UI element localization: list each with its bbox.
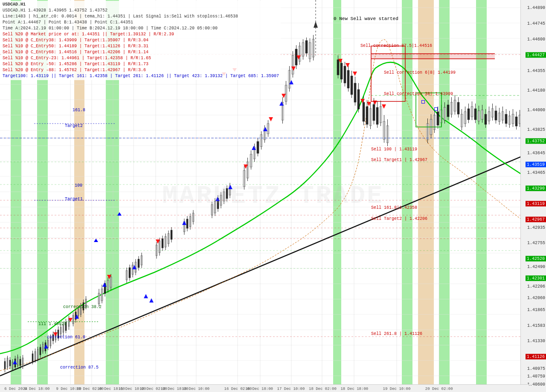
- time-label-dec6-18: 6 Dec 18:00: [24, 387, 49, 391]
- time-label-dec19-10: 19 Dec 10:00: [383, 387, 411, 391]
- price-label-1583: 1.41583: [527, 323, 545, 328]
- info-line10: Sell %20 @ Entry -50: 1.45286 | Target:1…: [3, 61, 279, 67]
- info-panel: USDCAD.H1 USDCAD.H1 1.43928 1.43965 1.43…: [1, 1, 281, 80]
- price-label-4890: 1.44890: [527, 6, 545, 10]
- price-label-2301: 1.42301: [526, 276, 546, 281]
- chart-container: MARKETZ TRADE: [0, 0, 546, 392]
- annotation-sell-corr-87: Sell correction 87.5|1.44516: [360, 43, 432, 48]
- info-line1: USDCAD.H1 1.43928 1.43965 1.43752 1.4375…: [3, 8, 279, 14]
- price-label-3519: 1.43519: [526, 162, 546, 167]
- price-label-0975: 1.40975: [527, 366, 545, 371]
- info-line6: Sell %10 @ C_Entry38: 1.43909 | Target:1…: [3, 37, 279, 43]
- annotation-sell-100: Sell 100 | 1.43119: [371, 147, 417, 152]
- info-line4: Time A:2024.12.19 01:00:00 | Time B:2024…: [3, 26, 279, 32]
- svg-marker-324: [149, 298, 154, 303]
- info-line7: Sell %10 @ C_Entry50: 1.44189 | Target:1…: [3, 43, 279, 49]
- price-label-2967: 1.42967: [526, 217, 546, 222]
- svg-marker-302: [228, 185, 232, 189]
- info-line12: Target100: 1.43119 || Target 161: 1.4235…: [3, 73, 279, 79]
- price-label-1865: 1.41865: [527, 307, 545, 312]
- info-line8: Sell %10 @ C_Entry68: 1.44516 | Target:1…: [3, 49, 279, 55]
- price-label-1126: 1.41126: [526, 354, 546, 360]
- time-label-dec20-02: 20 Dec 02:00: [425, 387, 453, 391]
- time-label-dec13-10: 13 Dec 10:00: [182, 387, 209, 391]
- price-label-3752: 1.43752: [526, 138, 546, 144]
- annotation-161-8: 161.8: [73, 108, 85, 112]
- info-line5: Sell %20 @ Market price or at: 1.44351 |…: [3, 32, 279, 37]
- svg-marker-328: [314, 21, 318, 28]
- price-label-0759: 1.40759: [527, 374, 545, 379]
- price-label-3645: 1.43645: [527, 150, 545, 155]
- price-label-2520: 1.42520: [526, 256, 546, 262]
- annotation-new-sell-wave: 0 New Sell wave started: [334, 16, 398, 21]
- annotation-sell-corr-38: Sell correction 38| 1.43909: [384, 92, 453, 96]
- annotation-100: 100: [75, 183, 82, 188]
- price-label-4427: 1.44427: [526, 52, 546, 58]
- price-label-4745: 1.44745: [527, 21, 545, 26]
- svg-marker-295: [13, 360, 17, 364]
- svg-marker-318: [353, 72, 357, 76]
- price-label-4355: 1.44355: [527, 68, 545, 73]
- svg-marker-298: [102, 282, 107, 287]
- price-label-0600: 1.40600: [527, 382, 545, 386]
- price-label-2490: 1.42490: [527, 264, 545, 269]
- buy-arrow-2: [94, 239, 98, 242]
- entry-marker-2: [434, 107, 438, 111]
- time-label-dec18-02: 18 Dec 02:00: [309, 387, 337, 391]
- svg-marker-323: [144, 294, 148, 298]
- annotation-correction-87: correction 87.5: [60, 365, 99, 370]
- svg-marker-301: [215, 197, 220, 201]
- annotation-sell-target2: Sell Target2 | 1.42206: [371, 216, 427, 221]
- price-label-2060: 1.42060: [527, 296, 545, 300]
- annotation-sell-corr-68: Sell correction 6|8| 1.44199: [384, 70, 456, 75]
- info-line3: Point A:1.44467 | Point B:1.43438 | Poin…: [3, 20, 279, 26]
- time-axis: 6 Dec 2024 6 Dec 18:00 9 Dec 10:00 10 De…: [0, 384, 529, 392]
- price-axis: 1.44890 1.44745 1.44600 1.44427 1.44355 …: [520, 0, 546, 392]
- svg-marker-312: [269, 117, 273, 121]
- annotation-target2: Target2: [65, 124, 83, 128]
- price-label-3290: 1.43290: [526, 185, 546, 191]
- info-line2: Line:1483 | h1_atr_c0: 0.0014 | tema_h1:…: [3, 14, 279, 20]
- annotation-111: 111 1.40929: [38, 322, 67, 326]
- price-label-4180: 1.44180: [527, 88, 545, 92]
- price-label-4000: 1.44000: [527, 107, 545, 112]
- time-label-dec18-18: 18 Dec 18:00: [340, 387, 368, 391]
- time-label-dec16-18: 16 Dec 18:00: [245, 387, 273, 391]
- entry-marker: [421, 100, 425, 104]
- annotation-target1: Target1: [65, 197, 83, 202]
- annotation-sell-161: Sell 161.8|1.42358: [371, 205, 417, 210]
- annotation-sell-261: Sell 261.8 | 1.41126: [371, 331, 422, 336]
- price-label-4600: 1.44600: [527, 37, 545, 42]
- svg-rect-291: [371, 54, 495, 59]
- price-label-1330: 1.41330: [527, 339, 545, 343]
- svg-marker-300: [182, 221, 186, 225]
- info-line9: Sell %10 @ C_Entry-23: 1.44961 | Target:…: [3, 55, 279, 61]
- price-label-2935: 1.42935: [527, 225, 545, 230]
- price-label-3119: 1.43119: [526, 201, 546, 207]
- annotation-sell-target1: Sell Target1 | 1.42967: [371, 158, 427, 162]
- price-label-3465: 1.43465: [527, 170, 545, 175]
- svg-marker-317: [346, 63, 350, 67]
- buy-arrow-1: [117, 212, 122, 216]
- info-line11: Sell %20 @ Entry -88: 1.45762 | Target:1…: [3, 67, 279, 73]
- price-label-3825: 1.43825: [527, 127, 545, 132]
- svg-marker-322: [382, 104, 386, 109]
- annotation-correction-61: correction 61.8: [47, 335, 85, 340]
- annotation-correction-38: correction 38.2: [63, 305, 102, 309]
- price-label-2206: 1.42206: [527, 284, 545, 288]
- time-label-dec17-10: 17 Dec 10:00: [277, 387, 305, 391]
- time-label-dec5: 6 Dec 2024: [4, 387, 27, 391]
- price-label-2755: 1.42755: [527, 241, 545, 245]
- info-symbol: USDCAD.H1: [3, 2, 279, 8]
